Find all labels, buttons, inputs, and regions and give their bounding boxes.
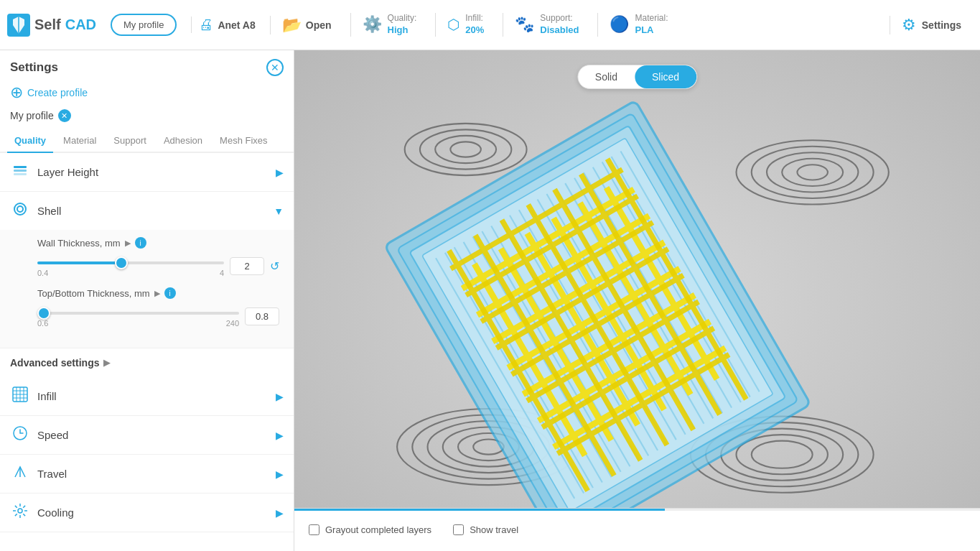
plus-icon: ⊕	[10, 85, 23, 101]
support-stat[interactable]: 🐾 Support: Disabled	[503, 13, 590, 36]
tab-quality[interactable]: Quality	[7, 129, 53, 153]
speed-icon	[10, 425, 30, 445]
wall-thickness-min: 0.4	[37, 269, 48, 277]
top-bottom-info[interactable]: i	[164, 287, 176, 299]
tabs: Quality Material Support Adhesion Mesh F…	[0, 129, 294, 153]
layer-height-section[interactable]: Layer Height ▶	[0, 153, 294, 192]
advanced-settings[interactable]: Advanced settings ▶	[0, 348, 294, 377]
travel-label: Travel	[37, 468, 67, 480]
tab-mesh-fixes[interactable]: Mesh Fixes	[213, 129, 274, 153]
material-label: Material:	[635, 13, 668, 24]
show-travel-label: Show travel	[470, 524, 518, 535]
travel-section[interactable]: Travel ▶	[0, 455, 294, 494]
create-profile-label: Create profile	[27, 87, 88, 98]
folder-icon: 📂	[282, 16, 302, 34]
speed-left: Speed	[10, 425, 68, 445]
tab-adhesion[interactable]: Adhesion	[157, 129, 210, 153]
wall-thickness-reset[interactable]: ↺	[270, 259, 279, 273]
printer-icon: 🖨	[199, 17, 213, 33]
show-travel-checkbox[interactable]	[453, 524, 464, 535]
open-section[interactable]: 📂 Open	[270, 16, 343, 34]
infill-text: Infill: 20%	[465, 13, 484, 36]
printer-name: Anet A8	[218, 19, 255, 31]
speed-section[interactable]: Speed ▶	[0, 416, 294, 455]
svg-point-35	[737, 140, 889, 204]
wall-thickness-info[interactable]: i	[135, 237, 146, 249]
support-icon: 🐾	[515, 15, 534, 34]
top-bottom-min: 0.6	[37, 319, 48, 328]
tab-support[interactable]: Support	[106, 129, 154, 153]
top-bottom-slider[interactable]	[37, 312, 239, 315]
layer-height-arrow: ▶	[276, 167, 284, 178]
close-button[interactable]: ✕	[266, 59, 284, 76]
my-profile-close[interactable]: ✕	[58, 109, 71, 122]
top-bottom-minmax: 0.6 240	[37, 319, 239, 328]
svg-line-22	[23, 506, 25, 508]
create-profile[interactable]: ⊕ Create profile	[0, 82, 294, 106]
svg-point-38	[782, 159, 843, 186]
settings-top[interactable]: ⚙ Settings	[890, 16, 973, 34]
shell-arrow: ▼	[274, 205, 284, 217]
advanced-settings-label: Advanced settings	[10, 357, 99, 369]
svg-rect-1	[14, 166, 27, 168]
wall-thickness-label-row: Wall Thickness, mm ▶ i	[37, 237, 279, 249]
wall-thickness-param: Wall Thickness, mm ▶ i 0.4 4 2	[37, 237, 279, 277]
svg-line-23	[15, 514, 17, 516]
top-bottom-max: 240	[226, 319, 239, 328]
wall-thickness-input[interactable]: 2	[230, 257, 264, 275]
cooling-left: Cooling	[10, 502, 74, 523]
shell-section: Shell ▼ Wall Thickness, mm ▶ i	[0, 192, 294, 348]
top-bottom-arrow: ▶	[154, 289, 160, 298]
show-travel-item: Show travel	[453, 524, 518, 535]
cooling-arrow: ▶	[276, 507, 284, 519]
progress-track	[294, 509, 980, 511]
shell-label: Shell	[37, 205, 61, 217]
layer-height-left: Layer Height	[10, 162, 98, 182]
top-bottom-input[interactable]: 0.8	[245, 307, 279, 325]
svg-point-40	[405, 124, 527, 175]
infill-section[interactable]: Infill ▶	[0, 377, 294, 416]
my-profile-label: My profile	[10, 110, 54, 121]
solid-button[interactable]: Solid	[578, 65, 635, 88]
quality-label: Quality:	[388, 13, 417, 24]
material-stat[interactable]: 🔵 Material: PLA	[597, 13, 679, 36]
wall-thickness-slider[interactable]	[37, 261, 224, 264]
svg-point-42	[435, 136, 496, 163]
logo-cad: CAD	[65, 17, 96, 33]
shell-icon	[10, 200, 30, 221]
quality-stat[interactable]: ⚙️ Quality: High	[350, 13, 429, 36]
travel-arrow: ▶	[276, 468, 284, 480]
grayout-item: Grayout completed layers	[309, 524, 431, 535]
open-label: Open	[306, 19, 332, 31]
shell-header[interactable]: Shell ▼	[0, 192, 294, 230]
profile-button[interactable]: My profile	[111, 14, 177, 36]
material-icon: 🔵	[610, 15, 629, 34]
top-bottom-label-row: Top/Bottom Thickness, mm ▶ i	[37, 287, 279, 299]
svg-point-15	[18, 509, 22, 513]
sliced-button[interactable]: Sliced	[635, 65, 696, 88]
logo-self: Self	[34, 17, 61, 33]
svg-point-5	[17, 206, 23, 212]
travel-left: Travel	[10, 463, 67, 484]
support-text: Support: Disabled	[540, 13, 579, 36]
advanced-settings-arrow: ▶	[103, 358, 110, 368]
infill-value: 20%	[465, 24, 484, 37]
cooling-section[interactable]: Cooling ▶	[0, 494, 294, 532]
tab-material[interactable]: Material	[56, 129, 103, 153]
material-value: PLA	[635, 24, 668, 37]
quality-value: High	[388, 24, 417, 37]
top-bar: SelfCAD My profile 🖨 Anet A8 📂 Open ⚙️ Q…	[0, 0, 980, 50]
shell-content: Wall Thickness, mm ▶ i 0.4 4 2	[0, 230, 294, 348]
speed-label: Speed	[37, 429, 68, 441]
scene-container	[294, 50, 980, 508]
svg-rect-2	[14, 170, 27, 172]
quality-text: Quality: High	[388, 13, 417, 36]
svg-point-34	[752, 441, 813, 468]
infill-arrow: ▶	[276, 391, 284, 402]
infill-stat[interactable]: ⬡ Infill: 20%	[435, 13, 495, 36]
grayout-checkbox[interactable]	[309, 524, 319, 535]
print-object	[385, 101, 811, 508]
support-label: Support:	[540, 13, 579, 24]
layer-height-icon	[10, 162, 30, 182]
top-bottom-slider-container: 0.6 240	[37, 305, 239, 328]
